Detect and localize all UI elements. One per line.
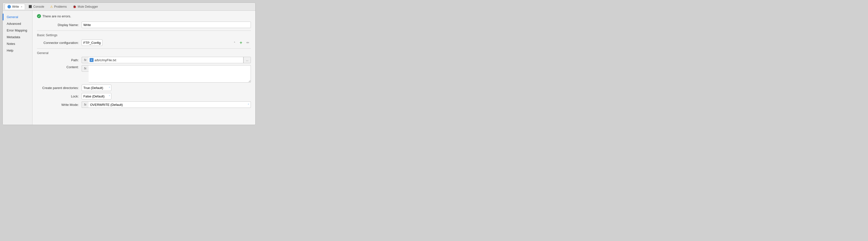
problems-icon: ⚠ [50, 5, 53, 8]
sidebar-item-error-mapping[interactable]: Error Mapping [3, 27, 32, 34]
tab-mule-debugger[interactable]: 🐞 Mule Debugger [70, 4, 100, 9]
sidebar-item-advanced[interactable]: Advanced [3, 20, 32, 27]
write-mode-label: Write Mode: [37, 103, 82, 107]
sidebar-item-metadata[interactable]: Metadata [3, 34, 32, 40]
path-fx-button[interactable]: fx [82, 57, 89, 63]
main-content: General Advanced Error Mapping Metadata … [3, 11, 255, 125]
app-window: Write × ⬛ Console ⚠ Problems 🐞 Mule Debu… [2, 2, 256, 125]
tab-write-label: Write [12, 5, 19, 8]
create-parent-row: Create parent directories: True (Default… [37, 84, 251, 91]
lock-label: Lock: [37, 95, 82, 98]
console-icon: ⬛ [29, 5, 32, 8]
connector-config-controls: FTP_Config ⌃ + ✏ [82, 39, 251, 46]
path-input[interactable] [95, 58, 243, 62]
write-tab-icon [7, 5, 11, 8]
tab-write-close[interactable]: × [21, 5, 22, 8]
create-parent-label: Create parent directories: [37, 86, 82, 90]
lock-row: Lock: False (Default)True ⌃ [37, 93, 251, 99]
connector-select-wrapper: FTP_Config ⌃ [82, 39, 237, 46]
sidebar-item-notes[interactable]: Notes [3, 40, 32, 47]
connector-select-arrow: ⌃ [234, 41, 236, 44]
tab-bar: Write × ⬛ Console ⚠ Problems 🐞 Mule Debu… [3, 3, 255, 11]
tab-write[interactable]: Write × [5, 4, 25, 9]
status-icon: ✓ [37, 14, 41, 18]
tab-problems-label: Problems [54, 5, 67, 8]
browse-button[interactable]: ... [243, 57, 251, 63]
sidebar: General Advanced Error Mapping Metadata … [3, 11, 32, 125]
connector-edit-button[interactable]: ✏ [245, 40, 251, 46]
content-textarea[interactable] [89, 65, 251, 82]
write-mode-select-wrapper: OVERWRITE (Default)APPENDCREATE_NEW ⌃ [89, 101, 251, 108]
tab-console[interactable]: ⬛ Console [26, 4, 46, 9]
connector-config-select[interactable]: FTP_Config [82, 39, 102, 46]
check-icon: ✓ [38, 15, 40, 18]
create-parent-select-wrapper: True (Default)False ⌃ [82, 84, 112, 91]
path-value-wrapper: ■ [89, 57, 243, 63]
sidebar-item-general[interactable]: General [3, 14, 32, 20]
connector-add-button[interactable]: + [238, 40, 244, 46]
path-row: Path: fx ■ ... [37, 57, 251, 63]
content-row: Content: fx [37, 65, 251, 82]
content-label: Content: [37, 65, 82, 69]
tab-debugger-label: Mule Debugger [78, 5, 98, 8]
status-text: There are no errors. [42, 14, 71, 18]
right-panel: ✓ There are no errors. Display Name: Bas… [32, 11, 255, 125]
display-name-row: Display Name: [37, 22, 251, 28]
basic-settings-title: Basic Settings [37, 33, 251, 37]
tab-problems[interactable]: ⚠ Problems [48, 4, 69, 9]
path-label: Path: [37, 58, 82, 62]
write-mode-row: Write Mode: fx OVERWRITE (Default)APPEND… [37, 101, 251, 108]
display-name-input[interactable] [82, 22, 251, 28]
lock-select-wrapper: False (Default)True ⌃ [82, 93, 112, 99]
connector-config-label: Connector configuration: [37, 41, 82, 45]
path-blue-icon: ■ [90, 58, 94, 62]
write-mode-select[interactable]: OVERWRITE (Default)APPENDCREATE_NEW [89, 101, 251, 108]
content-fx-button[interactable]: fx [82, 65, 89, 72]
lock-select[interactable]: False (Default)True [82, 93, 112, 99]
status-bar: ✓ There are no errors. [37, 14, 251, 18]
general-section-title: General [37, 51, 251, 55]
create-parent-select[interactable]: True (Default)False [82, 84, 112, 91]
sidebar-item-help[interactable]: Help [3, 47, 32, 54]
connector-config-row: Connector configuration: FTP_Config ⌃ + … [37, 39, 251, 46]
write-mode-fx-button[interactable]: fx [82, 101, 89, 108]
display-name-label: Display Name: [37, 23, 82, 27]
tab-console-label: Console [33, 5, 44, 8]
debugger-icon: 🐞 [73, 5, 76, 8]
